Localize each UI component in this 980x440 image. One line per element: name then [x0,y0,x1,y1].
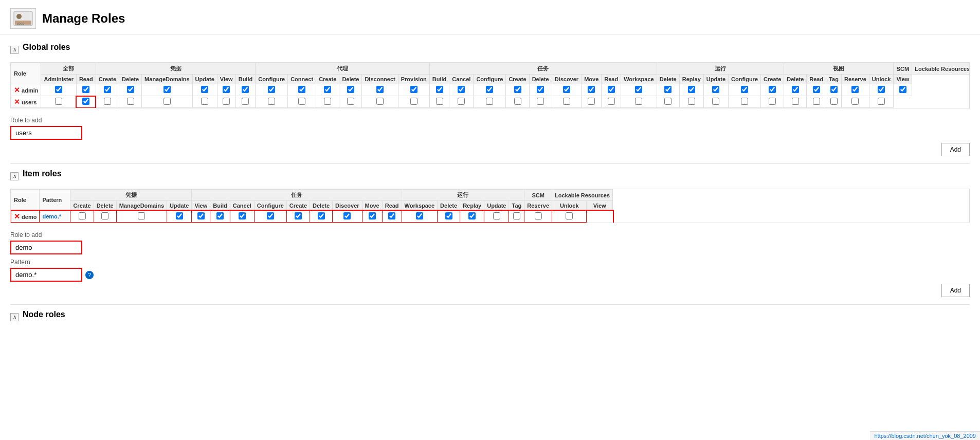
checkbox[interactable] [566,212,573,219]
checkbox[interactable] [514,98,521,105]
global-role-input[interactable] [10,126,82,140]
pattern-help-icon[interactable]: ? [85,271,94,279]
checkbox[interactable] [813,86,820,93]
checkbox[interactable] [138,212,145,219]
checkbox[interactable] [268,98,275,105]
checkbox[interactable] [298,86,305,93]
checkbox[interactable] [324,86,331,93]
checkbox[interactable] [878,86,885,93]
checkbox[interactable] [239,212,246,219]
checkbox[interactable] [347,98,354,105]
checkbox[interactable] [830,86,838,93]
checkbox[interactable] [298,98,305,105]
checkbox[interactable] [104,98,111,105]
checkbox[interactable] [851,98,859,105]
checkbox[interactable] [79,212,86,219]
checkbox[interactable] [55,98,62,105]
checkbox[interactable] [608,98,615,105]
checkbox[interactable] [82,86,89,93]
checkbox[interactable] [267,212,274,219]
checkbox[interactable] [176,212,183,219]
item-role-input[interactable] [10,241,82,254]
checkbox[interactable] [458,86,465,93]
checkbox[interactable] [242,86,249,93]
checkbox[interactable] [486,98,493,105]
checkbox[interactable] [164,98,171,105]
checkbox[interactable] [410,86,418,93]
checkbox[interactable] [376,98,384,105]
checkbox[interactable] [376,86,384,93]
checkbox[interactable] [201,98,208,105]
checkbox[interactable] [416,212,423,219]
checkbox[interactable] [688,98,695,105]
node-roles-collapse[interactable]: ∧ [10,313,19,321]
checkbox[interactable] [664,98,672,105]
checkbox[interactable] [486,86,493,93]
checkbox[interactable] [324,98,331,105]
checkbox[interactable] [436,86,443,93]
checkbox[interactable] [741,86,748,93]
checkbox[interactable] [635,86,642,93]
checkbox[interactable] [127,98,134,105]
pattern-input[interactable] [10,268,82,282]
checkbox[interactable] [741,98,748,105]
checkbox[interactable] [201,86,208,93]
checkbox[interactable] [514,86,521,93]
checkbox[interactable] [712,98,719,105]
checkbox[interactable] [769,86,776,93]
checkbox[interactable] [468,212,476,219]
item-col-configure: Configure [254,201,286,211]
checkbox[interactable] [513,212,520,219]
checkbox[interactable] [712,86,719,93]
checkbox[interactable] [792,86,799,93]
checkbox[interactable] [347,86,354,93]
global-add-button[interactable]: Add [941,143,970,156]
checkbox[interactable] [688,86,695,93]
checkbox[interactable] [127,86,134,93]
checkbox[interactable] [295,212,302,219]
checkbox[interactable] [410,98,418,105]
checkbox[interactable] [588,86,595,93]
checkbox-users-read[interactable] [82,98,89,105]
checkbox[interactable] [445,212,452,219]
checkbox[interactable] [608,86,615,93]
delete-demo-button[interactable]: ✕ [14,212,20,221]
checkbox[interactable] [55,86,62,93]
checkbox[interactable] [537,98,544,105]
checkbox[interactable] [164,86,171,93]
checkbox[interactable] [458,98,465,105]
checkbox[interactable] [268,86,275,93]
checkbox[interactable] [664,86,672,93]
checkbox[interactable] [104,86,111,93]
checkbox[interactable] [769,98,776,105]
checkbox[interactable] [216,212,224,219]
global-roles-collapse[interactable]: ∧ [10,46,19,54]
checkbox[interactable] [343,212,351,219]
item-roles-collapse[interactable]: ∧ [10,172,19,180]
checkbox[interactable] [899,86,906,93]
checkbox[interactable] [588,98,595,105]
checkbox[interactable] [537,86,544,93]
checkbox[interactable] [535,212,542,219]
checkbox[interactable] [635,98,642,105]
checkbox[interactable] [563,86,570,93]
checkbox[interactable] [563,98,570,105]
checkbox[interactable] [223,98,230,105]
checkbox[interactable] [242,98,249,105]
checkbox[interactable] [318,212,325,219]
item-add-button[interactable]: Add [941,284,970,297]
checkbox[interactable] [436,98,443,105]
delete-users-button[interactable]: ✕ [14,98,20,106]
checkbox[interactable] [493,212,500,219]
checkbox[interactable] [223,86,230,93]
checkbox[interactable] [369,212,376,219]
checkbox[interactable] [197,212,205,219]
checkbox[interactable] [792,98,799,105]
delete-admin-button[interactable]: ✕ [14,86,20,94]
checkbox[interactable] [101,212,108,219]
checkbox[interactable] [388,212,395,219]
checkbox[interactable] [878,98,885,105]
checkbox[interactable] [851,86,859,93]
checkbox[interactable] [813,98,820,105]
checkbox[interactable] [830,98,838,105]
